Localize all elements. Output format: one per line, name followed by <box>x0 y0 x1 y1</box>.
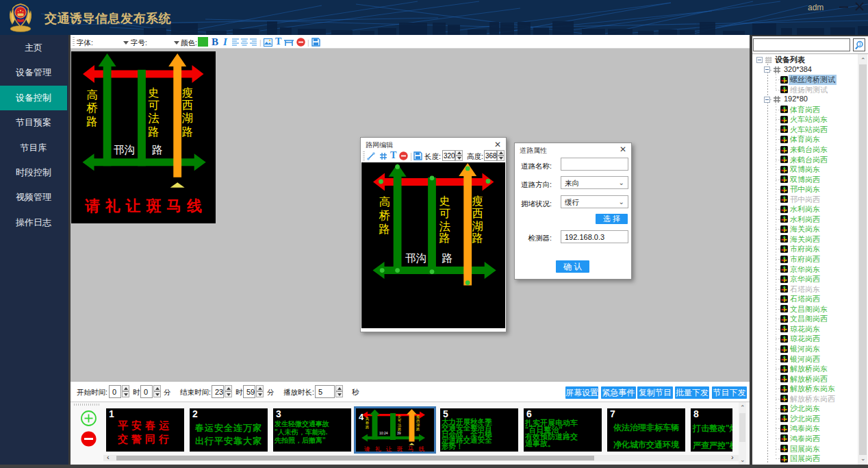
svg-text:路: 路 <box>472 232 484 244</box>
svg-text:10:24: 10:24 <box>379 431 388 435</box>
svg-text:路: 路 <box>86 115 98 127</box>
svg-text:史: 史 <box>148 86 159 99</box>
svg-text:路: 路 <box>152 144 163 156</box>
svg-text:湖: 湖 <box>182 112 194 124</box>
svg-text:法: 法 <box>148 112 159 124</box>
svg-text:西: 西 <box>472 207 484 219</box>
svg-text:路: 路 <box>442 252 453 264</box>
svg-text:路: 路 <box>416 427 420 432</box>
svg-text:路: 路 <box>366 425 369 430</box>
svg-text:史: 史 <box>439 195 451 207</box>
svg-text:3: 3 <box>858 42 861 47</box>
svg-text:桥: 桥 <box>379 209 391 221</box>
svg-text:法: 法 <box>439 220 451 232</box>
svg-text:39: 39 <box>397 431 401 435</box>
svg-text:路: 路 <box>379 223 391 235</box>
svg-text:路: 路 <box>439 232 451 244</box>
svg-text:高: 高 <box>86 88 98 101</box>
svg-text:4: 4 <box>359 412 364 422</box>
svg-text:路: 路 <box>148 125 159 138</box>
svg-text:高: 高 <box>379 195 391 208</box>
svg-text:桥: 桥 <box>86 101 98 114</box>
svg-text:路: 路 <box>182 125 194 138</box>
svg-text:邗沟: 邗沟 <box>114 144 135 156</box>
svg-text:瘦: 瘦 <box>472 195 484 207</box>
svg-text:湖: 湖 <box>472 220 484 232</box>
svg-text:邗沟: 邗沟 <box>405 252 426 264</box>
svg-text:可: 可 <box>439 207 451 219</box>
svg-text:瘦: 瘦 <box>182 86 194 99</box>
svg-text:西: 西 <box>182 99 194 111</box>
svg-text:可: 可 <box>148 99 159 111</box>
